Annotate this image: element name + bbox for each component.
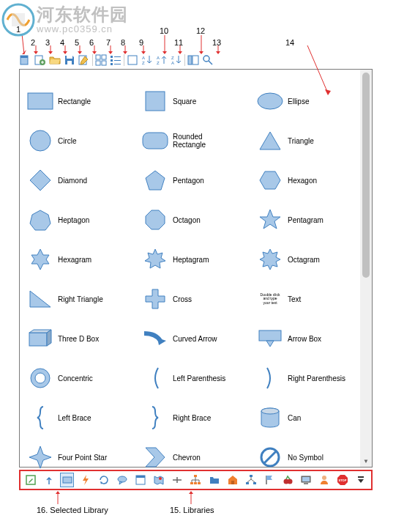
shape-pentagon[interactable]: Pentagon [141, 162, 251, 199]
svg-marker-3 [22, 50, 26, 54]
library-home[interactable] [225, 473, 239, 487]
library-flag[interactable] [262, 473, 276, 487]
scrollbar[interactable]: ▲ ▼ [360, 70, 372, 467]
library-stop[interactable]: STOP [336, 473, 350, 487]
scroll-down-icon[interactable]: ▼ [360, 455, 372, 467]
library-folder[interactable] [207, 473, 221, 487]
right-parenthesis-icon [255, 363, 285, 393]
shape-label: Curved Arrow [173, 335, 217, 343]
shape-label: Triangle [288, 137, 314, 145]
shape-rounded-rectangle[interactable]: Rounded Rectangle [141, 122, 251, 159]
svg-rect-41 [111, 56, 113, 58]
library-person[interactable] [318, 473, 332, 487]
left-brace-icon [26, 403, 55, 432]
library-fruit[interactable] [280, 473, 294, 487]
library-connector[interactable] [42, 473, 56, 487]
shape-label: Pentagram [288, 216, 324, 224]
search-button[interactable] [201, 53, 214, 67]
can-icon [255, 403, 285, 432]
shape-square[interactable]: Square [141, 83, 251, 119]
svg-rect-39 [96, 61, 100, 65]
library-network[interactable] [244, 473, 258, 487]
shape-left-brace[interactable]: Left Brace [26, 399, 136, 436]
text-icon: Double click and type your text [255, 284, 285, 314]
library-orgchart[interactable] [189, 473, 203, 487]
single-button[interactable] [126, 53, 139, 67]
library-divide[interactable] [171, 473, 184, 487]
tile-view-button[interactable] [94, 53, 108, 67]
callout-15: 15. Libraries [170, 506, 214, 514]
svg-marker-86 [146, 448, 165, 467]
shape-label: Heptagon [58, 216, 89, 224]
library-shapes-selected[interactable] [60, 473, 74, 487]
library-container[interactable] [134, 473, 148, 487]
svg-text:Z: Z [157, 61, 160, 65]
scroll-thumb[interactable] [362, 73, 370, 278]
sort-az-up-button[interactable]: AZ [155, 53, 168, 67]
shape-label: Ellipse [288, 97, 309, 106]
svg-marker-29 [325, 89, 331, 95]
shape-three-d-box[interactable]: Three D Box [26, 320, 136, 357]
shape-right-triangle[interactable]: Right Triangle [26, 281, 136, 317]
svg-text:A: A [157, 56, 160, 60]
shape-left-parenthesis[interactable]: Left Parenthesis [141, 360, 251, 396]
libraries-bar: STOP [19, 470, 373, 490]
library-computer[interactable] [299, 473, 313, 487]
library-pane-button[interactable] [187, 53, 200, 67]
library-more[interactable] [354, 473, 368, 487]
save-button[interactable] [63, 53, 76, 67]
diamond-icon [26, 166, 55, 195]
square-icon [141, 86, 170, 116]
shape-heptagon[interactable]: Heptagon [26, 202, 136, 238]
sort-az-down-button[interactable]: AZ [141, 53, 154, 67]
svg-point-92 [118, 476, 127, 482]
shape-cross[interactable]: Cross [141, 281, 251, 317]
hexagram-icon [26, 245, 55, 274]
octagram-icon [255, 245, 285, 274]
edit-button[interactable] [78, 53, 91, 67]
shape-hexagram[interactable]: Hexagram [26, 241, 136, 278]
shape-pentagram[interactable]: Pentagram [255, 202, 366, 238]
open-button[interactable] [48, 53, 61, 67]
shape-right-parenthesis[interactable]: Right Parenthesis [255, 360, 366, 396]
shape-octagon[interactable]: Octagon [141, 202, 251, 238]
library-callout[interactable] [116, 473, 130, 487]
shape-text[interactable]: Double click and type your textText [255, 281, 366, 317]
svg-rect-31 [20, 56, 28, 58]
svg-marker-68 [146, 210, 165, 229]
shape-octagram[interactable]: Octagram [255, 241, 366, 278]
shape-can[interactable]: Can [255, 399, 366, 436]
svg-marker-121 [189, 491, 193, 494]
shape-triangle[interactable]: Triangle [255, 122, 366, 159]
list-view-button[interactable] [109, 53, 122, 67]
svg-text:A: A [142, 56, 145, 60]
library-cycle[interactable] [97, 473, 111, 487]
shape-diamond[interactable]: Diamond [26, 162, 136, 199]
shape-label: Right Triangle [58, 295, 103, 303]
new-library-button[interactable] [19, 53, 32, 67]
svg-point-109 [287, 479, 292, 484]
sort-za-down-button[interactable]: ZA [170, 53, 183, 67]
shape-hexagon[interactable]: Hexagon [255, 162, 366, 199]
svg-marker-69 [260, 210, 280, 229]
library-edit[interactable] [23, 473, 37, 487]
shape-circle[interactable]: Circle [26, 122, 136, 159]
shape-heptagram[interactable]: Heptagram [141, 241, 251, 278]
three-d-box-icon [26, 324, 55, 353]
shape-curved-arrow[interactable]: Curved Arrow [141, 320, 251, 357]
library-map[interactable] [152, 473, 166, 487]
shape-arrow-box[interactable]: Arrow Box [255, 320, 366, 357]
shape-concentric[interactable]: Concentric [26, 360, 136, 396]
svg-rect-105 [246, 482, 249, 484]
shape-label: Hexagon [288, 177, 317, 185]
svg-rect-45 [111, 63, 113, 65]
shape-rectangle[interactable]: Rectangle [26, 83, 136, 119]
svg-marker-117 [358, 479, 364, 483]
svg-point-84 [261, 408, 279, 414]
shape-right-brace[interactable]: Right Brace [141, 399, 251, 436]
shape-label: Chevron [173, 454, 201, 462]
svg-rect-102 [198, 482, 201, 484]
new-item-button[interactable] [34, 53, 47, 67]
svg-text:Z: Z [142, 61, 145, 65]
library-energy[interactable] [78, 473, 92, 487]
